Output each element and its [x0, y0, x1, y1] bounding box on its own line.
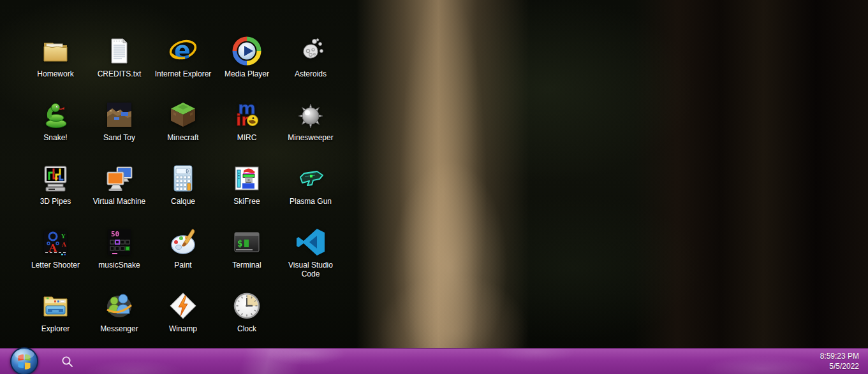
desktop-icon-internet-explorer[interactable]: eInternet Explorer — [151, 33, 215, 78]
svg-text:50: 50 — [111, 230, 119, 238]
desktop-icon-skifree[interactable]: SkiFree — [215, 161, 279, 206]
svg-text:A: A — [61, 241, 67, 248]
windows-logo-icon — [10, 347, 39, 374]
desktop-icon-label: Letter Shooter — [31, 261, 80, 270]
clock-icon — [232, 291, 262, 321]
desktop-icon-grid: HomeworkCREDITS.txteInternet ExplorerMed… — [0, 0, 868, 349]
desktop: HomeworkCREDITS.txteInternet ExplorerMed… — [0, 0, 868, 374]
start-button[interactable] — [10, 347, 39, 374]
desktop-icon-label: Media Player — [224, 69, 269, 78]
desktop-icon-label: Virtual Machine — [93, 197, 146, 206]
svg-text:$: $ — [237, 238, 242, 248]
text-file-icon — [104, 36, 135, 66]
vscode-icon — [295, 227, 326, 257]
desktop-icon-plasma-gun[interactable]: Plasma Gun — [279, 161, 342, 206]
svg-text:0: 0 — [186, 169, 189, 175]
desktop-icon-letter-shooter[interactable]: YAALetter Shooter — [24, 224, 87, 270]
virtual-machine-icon — [104, 163, 135, 194]
skifree-icon — [232, 163, 262, 194]
desktop-icon-label: SkiFree — [233, 197, 260, 206]
desktop-icon-label: Winamp — [169, 324, 197, 333]
snake-icon — [40, 99, 71, 130]
desktop-icon-label: Minesweeper — [288, 133, 333, 142]
search-icon — [61, 355, 75, 369]
plasma-gun-icon — [295, 163, 326, 194]
desktop-icon-label: Messenger — [100, 324, 138, 333]
taskbar-search-button[interactable] — [59, 354, 77, 370]
media-player-icon — [232, 36, 262, 66]
desktop-icon-clock[interactable]: Clock — [215, 288, 279, 333]
desktop-icon-label: Homework — [37, 69, 73, 78]
desktop-icon-winamp[interactable]: Winamp — [151, 288, 215, 333]
desktop-icon-label: Clock — [237, 324, 256, 333]
minesweeper-mine-icon — [295, 99, 326, 130]
messenger-icon — [104, 291, 135, 321]
clock-time: 8:59:23 PM — [820, 351, 859, 361]
paint-palette-icon — [168, 227, 198, 257]
desktop-icon-homework[interactable]: Homework — [24, 33, 87, 78]
desktop-icon-label: Asteroids — [295, 69, 327, 78]
taskbar: 8:59:23 PM 5/5/2022 — [0, 348, 868, 374]
desktop-icon-asteroids[interactable]: Asteroids — [279, 33, 342, 78]
svg-text:e: e — [174, 36, 191, 64]
asteroids-icon — [295, 36, 326, 66]
desktop-icon-label: Explorer — [41, 324, 70, 333]
desktop-icon-label: CREDITS.txt — [98, 69, 142, 78]
internet-explorer-icon: e — [168, 36, 198, 66]
desktop-icon-label: Paint — [174, 261, 191, 270]
desktop-icon-label: Calque — [171, 197, 195, 206]
letter-shooter-icon: YAA — [40, 227, 71, 257]
desktop-icon-minecraft[interactable]: Minecraft — [151, 97, 215, 142]
desktop-icon-sand-toy[interactable]: Sand Toy — [87, 97, 151, 142]
terminal-icon: $ — [232, 227, 262, 257]
desktop-icon-vscode[interactable]: Visual Studio Code — [279, 224, 342, 278]
desktop-icon-label: Internet Explorer — [155, 69, 212, 78]
desktop-icon-3d-pipes[interactable]: 3D Pipes — [24, 161, 87, 206]
pipes-monitor-icon — [40, 163, 71, 194]
desktop-icon-paint[interactable]: Paint — [151, 224, 215, 270]
mirc-icon: mir — [232, 99, 262, 130]
winamp-icon — [168, 291, 198, 321]
desktop-icon-messenger[interactable]: Messenger — [87, 288, 151, 333]
sand-toy-icon — [104, 99, 135, 130]
desktop-icon-label: Sand Toy — [103, 133, 135, 142]
desktop-icon-media-player[interactable]: Media Player — [215, 33, 279, 78]
svg-text:Y: Y — [61, 233, 66, 240]
desktop-icon-explorer[interactable]: Explorer — [24, 288, 87, 333]
musicsnake-icon: 50 — [104, 227, 135, 257]
desktop-icon-virtual-machine[interactable]: Virtual Machine — [87, 161, 151, 206]
clock-date: 5/5/2022 — [820, 361, 859, 371]
desktop-icon-calque[interactable]: 0Calque — [151, 161, 215, 206]
desktop-icon-label: Minecraft — [167, 133, 198, 142]
folder-icon — [40, 36, 71, 66]
desktop-icon-label: MIRC — [237, 133, 257, 142]
desktop-icon-musicsnake[interactable]: 50musicSnake — [87, 224, 151, 270]
desktop-icon-mirc[interactable]: mirMIRC — [215, 97, 279, 142]
desktop-icon-minesweeper[interactable]: Minesweeper — [279, 97, 342, 142]
minecraft-block-icon — [168, 99, 198, 130]
desktop-icon-label: 3D Pipes — [40, 197, 71, 206]
desktop-icon-label: Terminal — [232, 261, 261, 270]
desktop-icon-terminal[interactable]: $Terminal — [215, 224, 279, 270]
desktop-icon-label: Snake! — [43, 133, 67, 142]
desktop-icon-credits-txt[interactable]: CREDITS.txt — [87, 33, 151, 78]
desktop-icon-label: Visual Studio Code — [280, 261, 341, 278]
calculator-icon: 0 — [168, 163, 198, 194]
taskbar-clock[interactable]: 8:59:23 PM 5/5/2022 — [814, 349, 868, 374]
explorer-folder-icon — [40, 291, 71, 321]
desktop-icon-label: musicSnake — [98, 261, 140, 270]
desktop-icon-snake[interactable]: Snake! — [24, 97, 87, 142]
desktop-icon-label: Plasma Gun — [290, 197, 332, 206]
